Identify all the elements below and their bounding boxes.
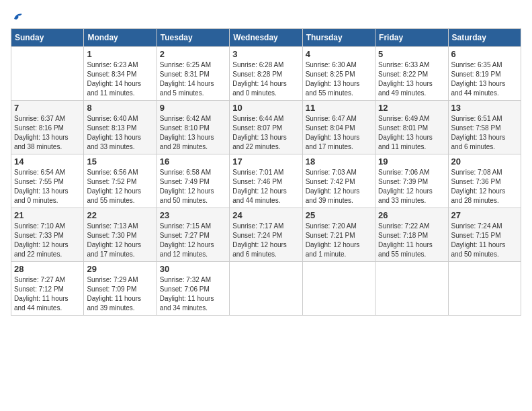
day-info: Sunrise: 6:49 AMSunset: 8:01 PMDaylight:… (378, 114, 445, 152)
sunrise-text: Sunrise: 6:47 AM (306, 114, 372, 124)
day-info: Sunrise: 6:28 AMSunset: 8:28 PMDaylight:… (232, 60, 299, 98)
day-number: 17 (232, 156, 299, 167)
sunset-text: Sunset: 7:36 PM (451, 177, 518, 187)
daylight-text: Daylight: 12 hours and 50 minutes. (160, 187, 226, 205)
daylight-text: Daylight: 12 hours and 22 minutes. (14, 240, 81, 259)
day-number: 6 (451, 49, 518, 59)
weekday-header: Sunday (11, 29, 84, 47)
sunrise-text: Sunrise: 7:17 AM (232, 222, 299, 231)
day-info: Sunrise: 6:47 AMSunset: 8:04 PMDaylight:… (306, 114, 372, 152)
sunset-text: Sunset: 7:09 PM (87, 285, 153, 294)
calendar-day-cell: 21Sunrise: 7:10 AMSunset: 7:33 PMDayligh… (11, 208, 84, 262)
sunset-text: Sunset: 8:16 PM (14, 124, 81, 133)
day-info: Sunrise: 7:15 AMSunset: 7:27 PMDaylight:… (160, 222, 226, 259)
day-info: Sunrise: 7:10 AMSunset: 7:33 PMDaylight:… (14, 222, 81, 259)
daylight-text: Daylight: 14 hours and 5 minutes. (160, 79, 226, 98)
logo-bird-icon (12, 11, 24, 23)
day-info: Sunrise: 7:17 AMSunset: 7:24 PMDaylight:… (232, 222, 299, 259)
day-info: Sunrise: 7:08 AMSunset: 7:36 PMDaylight:… (451, 168, 518, 205)
day-info: Sunrise: 6:54 AMSunset: 7:55 PMDaylight:… (14, 168, 81, 205)
day-number: 5 (378, 49, 445, 59)
day-number: 22 (87, 210, 153, 220)
sunset-text: Sunset: 7:46 PM (232, 177, 299, 187)
sunset-text: Sunset: 7:24 PM (232, 231, 299, 240)
calendar-day-cell: 9Sunrise: 6:42 AMSunset: 8:10 PMDaylight… (157, 101, 229, 154)
calendar-day-cell: 14Sunrise: 6:54 AMSunset: 7:55 PMDayligh… (11, 154, 84, 208)
calendar-day-cell: 8Sunrise: 6:40 AMSunset: 8:13 PMDaylight… (84, 101, 157, 154)
sunrise-text: Sunrise: 6:23 AM (87, 60, 153, 70)
daylight-text: Daylight: 14 hours and 0 minutes. (232, 79, 299, 98)
calendar-day-cell: 26Sunrise: 7:22 AMSunset: 7:18 PMDayligh… (375, 208, 448, 262)
sunset-text: Sunset: 8:31 PM (160, 70, 226, 79)
day-number: 27 (451, 210, 518, 220)
sunrise-text: Sunrise: 6:33 AM (378, 60, 445, 70)
calendar-day-cell: 22Sunrise: 7:13 AMSunset: 7:30 PMDayligh… (84, 208, 157, 262)
sunrise-text: Sunrise: 7:22 AM (378, 222, 445, 231)
day-info: Sunrise: 6:56 AMSunset: 7:52 PMDaylight:… (87, 168, 153, 205)
sunset-text: Sunset: 7:33 PM (14, 231, 81, 240)
calendar-day-cell: 12Sunrise: 6:49 AMSunset: 8:01 PMDayligh… (375, 101, 448, 154)
day-info: Sunrise: 6:42 AMSunset: 8:10 PMDaylight:… (160, 114, 226, 152)
sunrise-text: Sunrise: 6:25 AM (160, 60, 226, 70)
daylight-text: Daylight: 11 hours and 50 minutes. (451, 240, 518, 259)
calendar-day-cell: 2Sunrise: 6:25 AMSunset: 8:31 PMDaylight… (157, 47, 229, 101)
sunset-text: Sunset: 8:13 PM (87, 124, 153, 133)
day-info: Sunrise: 7:24 AMSunset: 7:15 PMDaylight:… (451, 222, 518, 259)
sunset-text: Sunset: 7:15 PM (451, 231, 518, 240)
daylight-text: Daylight: 12 hours and 39 minutes. (306, 187, 372, 205)
sunset-text: Sunset: 7:30 PM (87, 231, 153, 240)
calendar-day-cell: 19Sunrise: 7:06 AMSunset: 7:39 PMDayligh… (375, 154, 448, 208)
daylight-text: Daylight: 13 hours and 33 minutes. (87, 133, 153, 152)
day-number: 3 (232, 49, 299, 59)
day-info: Sunrise: 6:58 AMSunset: 7:49 PMDaylight:… (160, 168, 226, 205)
calendar-day-cell: 25Sunrise: 7:20 AMSunset: 7:21 PMDayligh… (302, 208, 375, 262)
day-info: Sunrise: 7:03 AMSunset: 7:42 PMDaylight:… (306, 168, 372, 205)
calendar-day-cell: 30Sunrise: 7:32 AMSunset: 7:06 PMDayligh… (157, 262, 229, 316)
calendar-day-cell (302, 262, 375, 316)
calendar-week-row: 1Sunrise: 6:23 AMSunset: 8:34 PMDaylight… (11, 47, 521, 101)
day-number: 28 (14, 264, 81, 274)
day-info: Sunrise: 6:25 AMSunset: 8:31 PMDaylight:… (160, 60, 226, 98)
sunrise-text: Sunrise: 7:01 AM (232, 168, 299, 177)
daylight-text: Daylight: 13 hours and 55 minutes. (306, 79, 372, 98)
calendar-day-cell (11, 47, 84, 101)
daylight-text: Daylight: 13 hours and 44 minutes. (451, 79, 518, 98)
sunset-text: Sunset: 7:58 PM (451, 124, 518, 133)
daylight-text: Daylight: 12 hours and 28 minutes. (451, 187, 518, 205)
day-number: 10 (232, 103, 299, 113)
calendar-day-cell: 16Sunrise: 6:58 AMSunset: 7:49 PMDayligh… (157, 154, 229, 208)
daylight-text: Daylight: 12 hours and 12 minutes. (160, 240, 226, 259)
sunrise-text: Sunrise: 7:08 AM (451, 168, 518, 177)
sunset-text: Sunset: 7:21 PM (306, 231, 372, 240)
calendar-day-cell: 18Sunrise: 7:03 AMSunset: 7:42 PMDayligh… (302, 154, 375, 208)
day-info: Sunrise: 7:13 AMSunset: 7:30 PMDaylight:… (87, 222, 153, 259)
sunset-text: Sunset: 7:52 PM (87, 177, 153, 187)
page-header (11, 11, 521, 23)
sunset-text: Sunset: 7:55 PM (14, 177, 81, 187)
day-info: Sunrise: 7:22 AMSunset: 7:18 PMDaylight:… (378, 222, 445, 259)
daylight-text: Daylight: 11 hours and 34 minutes. (160, 294, 226, 313)
calendar-day-cell: 28Sunrise: 7:27 AMSunset: 7:12 PMDayligh… (11, 262, 84, 316)
sunrise-text: Sunrise: 6:58 AM (160, 168, 226, 177)
day-number: 23 (160, 210, 226, 220)
daylight-text: Daylight: 13 hours and 49 minutes. (378, 79, 445, 98)
day-info: Sunrise: 6:51 AMSunset: 7:58 PMDaylight:… (451, 114, 518, 152)
calendar-day-cell: 15Sunrise: 6:56 AMSunset: 7:52 PMDayligh… (84, 154, 157, 208)
daylight-text: Daylight: 13 hours and 17 minutes. (306, 133, 372, 152)
calendar-day-cell: 5Sunrise: 6:33 AMSunset: 8:22 PMDaylight… (375, 47, 448, 101)
calendar-day-cell: 6Sunrise: 6:35 AMSunset: 8:19 PMDaylight… (448, 47, 521, 101)
day-number: 21 (14, 210, 81, 220)
sunrise-text: Sunrise: 7:06 AM (378, 168, 445, 177)
day-number: 25 (306, 210, 372, 220)
weekday-header: Tuesday (157, 29, 229, 47)
calendar-day-cell: 3Sunrise: 6:28 AMSunset: 8:28 PMDaylight… (230, 47, 302, 101)
day-number: 24 (232, 210, 299, 220)
sunrise-text: Sunrise: 6:37 AM (14, 114, 81, 124)
weekday-header: Friday (375, 29, 448, 47)
daylight-text: Daylight: 13 hours and 0 minutes. (14, 187, 81, 205)
calendar-week-row: 28Sunrise: 7:27 AMSunset: 7:12 PMDayligh… (11, 262, 521, 316)
daylight-text: Daylight: 12 hours and 33 minutes. (378, 187, 445, 205)
daylight-text: Daylight: 13 hours and 28 minutes. (160, 133, 226, 152)
calendar-day-cell: 10Sunrise: 6:44 AMSunset: 8:07 PMDayligh… (230, 101, 302, 154)
calendar-day-cell: 1Sunrise: 6:23 AMSunset: 8:34 PMDaylight… (84, 47, 157, 101)
